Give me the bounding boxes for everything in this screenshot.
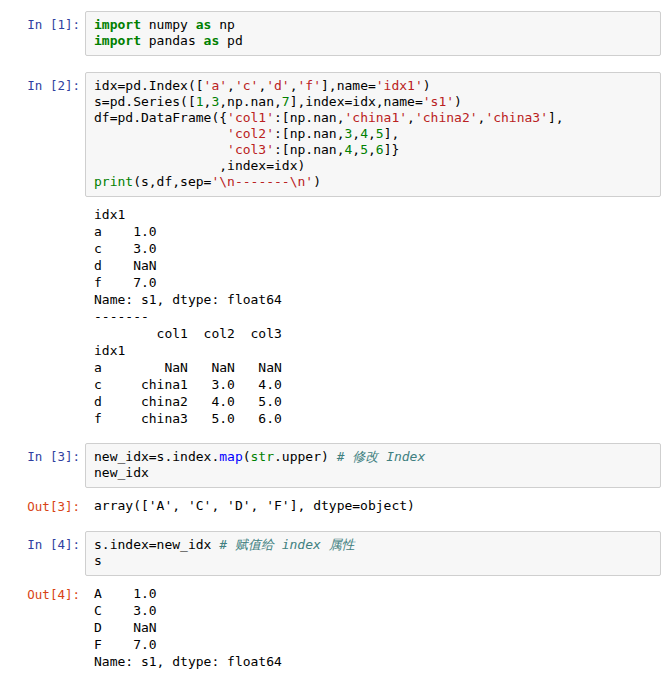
code-token: ,: [352, 142, 360, 157]
code-token: 'china3': [485, 110, 548, 125]
code-token: idx=pd.Index([: [94, 78, 204, 93]
output-prompt: Out[3]:: [0, 497, 85, 515]
code-token: 'col1': [227, 110, 274, 125]
code-token: 'idx1': [376, 78, 423, 93]
code-token: [94, 142, 227, 157]
code-token: new_idx: [94, 465, 149, 480]
code-line: 'col2':[np.nan,3,4,5],: [94, 126, 652, 142]
code-line: 'col3':[np.nan,4,5,6]}: [94, 142, 652, 158]
cell-input-row: In [4]:s.index=new_idx # 赋值给 index 属性s: [0, 531, 661, 576]
code-editor[interactable]: import numpy as npimport pandas as pd: [85, 11, 661, 56]
output-text: idx1 a 1.0 c 3.0 d NaN f 7.0 Name: s1, d…: [85, 206, 661, 427]
code-token: ): [423, 78, 431, 93]
code-token: 5: [360, 142, 368, 157]
code-token: :[np.nan,: [274, 126, 344, 141]
code-token: np: [211, 17, 234, 32]
code-token: print: [94, 174, 133, 189]
code-token: df=pd.DataFrame({: [94, 110, 227, 125]
input-prompt: In [4]:: [0, 531, 85, 553]
code-token: ],: [548, 110, 564, 125]
code-token: str: [251, 449, 274, 464]
code-editor[interactable]: s.index=new_idx # 赋值给 index 属性s: [85, 531, 661, 576]
code-token: ]}: [384, 142, 400, 157]
code-editor[interactable]: new_idx=s.index.map(str.upper) # 修改 Inde…: [85, 443, 661, 488]
code-token: numpy: [141, 17, 196, 32]
code-token: as: [196, 17, 212, 32]
code-line: idx=pd.Index(['a','c','d','f'],name='idx…: [94, 78, 652, 94]
output-text: array(['A', 'C', 'D', 'F'], dtype=object…: [85, 497, 661, 514]
code-token: 'col2': [227, 126, 274, 141]
code-token: 4: [360, 126, 368, 141]
notebook: In [1]:import numpy as npimport pandas a…: [0, 0, 662, 675]
code-token: ,index=idx): [94, 158, 305, 173]
code-token: map: [219, 449, 242, 464]
code-token: pandas: [141, 33, 204, 48]
code-token: new_idx=s.index.: [94, 449, 219, 464]
code-token: import: [94, 17, 141, 32]
code-token: ,: [368, 126, 376, 141]
cell-output-row: idx1 a 1.0 c 3.0 d NaN f 7.0 Name: s1, d…: [0, 206, 661, 427]
input-prompt: In [2]:: [0, 72, 85, 94]
code-token: # 赋值给 index 属性: [219, 537, 354, 552]
code-token: 5: [376, 126, 384, 141]
code-token: # 修改 Index: [337, 449, 426, 464]
cell-input-row: In [2]:idx=pd.Index(['a','c','d','f'],na…: [0, 72, 661, 197]
code-token: 'c': [235, 78, 258, 93]
code-token: 6: [376, 142, 384, 157]
input-prompt: In [1]:: [0, 11, 85, 33]
code-token: ],: [384, 126, 400, 141]
code-token: s=pd.Series([: [94, 94, 196, 109]
code-cell: In [4]:s.index=new_idx # 赋值给 index 属性sOu…: [0, 531, 661, 670]
code-token: :[np.nan,: [274, 142, 344, 157]
code-token: ,: [227, 78, 235, 93]
cell-input-row: In [1]:import numpy as npimport pandas a…: [0, 11, 661, 56]
code-token: ,np.nan,: [219, 94, 282, 109]
code-token: import: [94, 33, 141, 48]
code-token: '\n-------\n': [211, 174, 313, 189]
output-prompt: Out[4]:: [0, 585, 85, 603]
code-token: 7: [282, 94, 290, 109]
code-token: 'china1': [344, 110, 407, 125]
code-token: [94, 126, 227, 141]
code-line: s: [94, 553, 652, 569]
code-token: :[np.nan,: [274, 110, 344, 125]
code-token: ): [313, 174, 321, 189]
code-token: 1: [196, 94, 204, 109]
code-token: (: [243, 449, 251, 464]
cell-output-row: Out[4]:A 1.0 C 3.0 D NaN F 7.0 Name: s1,…: [0, 585, 661, 670]
code-token: ,: [352, 126, 360, 141]
code-token: pd: [219, 33, 242, 48]
code-line: print(s,df,sep='\n-------\n'): [94, 174, 652, 190]
output-prompt: [0, 206, 85, 207]
code-token: (s,df,sep=: [133, 174, 211, 189]
code-token: .upper): [274, 449, 337, 464]
code-token: as: [204, 33, 220, 48]
code-line: df=pd.DataFrame({'col1':[np.nan,'china1'…: [94, 110, 652, 126]
code-token: 'col3': [227, 142, 274, 157]
code-line: new_idx=s.index.map(str.upper) # 修改 Inde…: [94, 449, 652, 465]
code-line: import numpy as np: [94, 17, 652, 33]
code-editor[interactable]: idx=pd.Index(['a','c','d','f'],name='idx…: [85, 72, 661, 197]
code-token: ,: [368, 142, 376, 157]
code-line: ,index=idx): [94, 158, 652, 174]
code-line: s=pd.Series([1,3,np.nan,7],index=idx,nam…: [94, 94, 652, 110]
code-token: s.index=new_idx: [94, 537, 219, 552]
code-token: ],index=idx,name=: [290, 94, 423, 109]
code-cell: In [2]:idx=pd.Index(['a','c','d','f'],na…: [0, 72, 661, 427]
code-token: 'china2': [415, 110, 478, 125]
code-line: s.index=new_idx # 赋值给 index 属性: [94, 537, 652, 553]
code-token: ],name=: [321, 78, 376, 93]
code-token: 'd': [266, 78, 289, 93]
code-token: s: [94, 553, 102, 568]
cell-output-row: Out[3]:array(['A', 'C', 'D', 'F'], dtype…: [0, 497, 661, 515]
code-token: 's1': [423, 94, 454, 109]
code-cell: In [3]:new_idx=s.index.map(str.upper) # …: [0, 443, 661, 515]
code-token: ): [454, 94, 462, 109]
code-token: ,: [290, 78, 298, 93]
code-line: new_idx: [94, 465, 652, 481]
input-prompt: In [3]:: [0, 443, 85, 465]
code-token: 'f': [298, 78, 321, 93]
code-token: 'a': [204, 78, 227, 93]
output-text: A 1.0 C 3.0 D NaN F 7.0 Name: s1, dtype:…: [85, 585, 661, 670]
cell-input-row: In [3]:new_idx=s.index.map(str.upper) # …: [0, 443, 661, 488]
